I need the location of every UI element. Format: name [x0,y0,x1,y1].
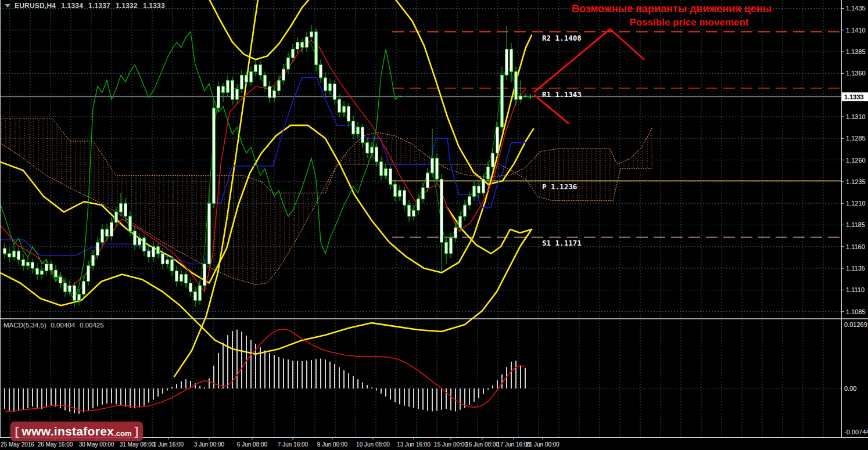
candle-body [413,210,415,216]
candle-body [236,89,239,99]
ohlc-low: 1.1332 [116,2,138,10]
watermark-text: www.instaforex [22,424,114,438]
candle-body [320,64,322,77]
time-axis-label: 16 Jun 08:00 [465,441,499,448]
time-axis-label: 31 May 08:00 [120,441,155,448]
candle-body [347,106,350,121]
candle-body [371,147,374,153]
pivot-label-S1: S1 1.1171 [542,239,582,247]
price-axis-label: 1.1160 [846,243,865,250]
ohlc-high: 1.1337 [88,2,110,10]
price-axis-label: 1.1360 [846,70,866,77]
watermark-bracket-left: [ [15,425,19,438]
price-axis-label: 1.1110 [846,286,865,293]
time-axis-label: 26 May 16:00 [38,441,73,448]
candle-body [152,247,155,257]
candle-body [487,167,490,179]
candle-body [245,75,248,82]
candle-body [445,242,448,253]
candle-body [366,143,369,153]
candle-body [282,69,285,80]
price-axis-label: 1.1135 [846,265,865,272]
pivot-lines-layer [392,32,841,237]
candle-body [120,203,123,212]
yellow-bands-layer [0,0,533,377]
candle-body [199,286,202,300]
candle-body [306,37,309,48]
candle-body [519,96,522,99]
price-axis-label: 1.1085 [846,308,866,315]
time-axis-label: 30 May 00:00 [79,441,114,448]
candle-body [175,271,178,282]
current-price-label: 1.1333 [844,93,864,100]
candle-body [217,87,220,108]
symbol-marker-icon [5,4,10,8]
symbol-timeframe-label: EURUSD,H4 [15,2,56,10]
candle-body [148,251,150,257]
candle-body [361,127,364,143]
macd-axis-label: 0.00 [844,385,856,392]
candle-body [101,229,104,242]
chart-canvas[interactable]: 1.14351.14101.13851.13601.13101.12851.12… [0,0,868,450]
candle-body [96,242,99,255]
price-axis-label: 1.1210 [846,200,866,207]
candle-body [241,75,243,89]
price-axis: 1.14351.14101.13851.13601.13101.12851.12… [841,5,868,315]
candle-body [473,186,476,196]
candle-body [8,254,11,257]
time-axis-label: 7 Jun 16:00 [278,441,309,448]
macd-histogram [5,330,525,414]
candle-body [436,159,439,179]
candle-body [157,247,160,254]
candle-body [273,91,276,98]
candle-body [73,286,76,300]
time-axis-label: 3 Jun 00:00 [194,441,225,448]
candle-body [394,184,397,196]
time-axis-label: 25 May 2016 [1,441,34,448]
candle-body [426,173,429,188]
macd-value-2: 0.00425 [80,322,104,329]
time-axis-label: 6 Jun 08:00 [237,441,268,448]
candle-body [92,255,95,266]
candle-body [124,203,127,216]
price-axis-label: 1.1185 [846,221,865,228]
candle-body [333,84,336,99]
candle-body [78,294,81,300]
macd-name: MACD(5,34,5) [3,322,46,329]
macd-value-1: 0.00404 [51,322,76,329]
candle-body [329,84,332,91]
chart-title-bar: EURUSD,H41.13341.13371.13321.1333 [3,2,165,10]
candle-body [106,229,109,236]
candle-body [134,231,137,245]
candle-body [380,162,383,176]
candle-body [17,251,20,260]
time-axis-label: 21 Jun 00:00 [526,441,559,448]
candle-body [375,147,378,161]
candle-body [492,153,494,167]
pivot-label-P: P 1.1236 [542,182,577,191]
candle-body [417,199,420,210]
candle-body [287,58,290,69]
candle-body [403,190,406,205]
macd-axis-label: 0.01269 [844,321,867,328]
pivot-label-R2: R2 1.1408 [542,34,582,42]
instaforex-watermark: [ www.instaforex .com ] [10,422,143,441]
chikou-span-line [0,32,404,301]
macd-axis: 0.012690.00-0.00744 [844,321,868,435]
candle-body [110,222,113,236]
time-axis-label: 1 Jun 16:00 [153,441,184,448]
candle-body [389,169,392,185]
candle-body [69,286,71,291]
price-axis-label: 1.1285 [846,135,866,142]
candle-body [310,32,313,37]
candle-body [501,75,504,127]
candle-body [59,277,62,283]
candle-body [115,212,118,222]
candle-body [180,275,183,282]
candle-body [3,249,6,254]
candle-body [505,49,508,75]
candle-body [22,260,25,265]
candle-body [450,238,453,254]
candle-body [171,260,174,271]
candle-body [27,262,30,266]
